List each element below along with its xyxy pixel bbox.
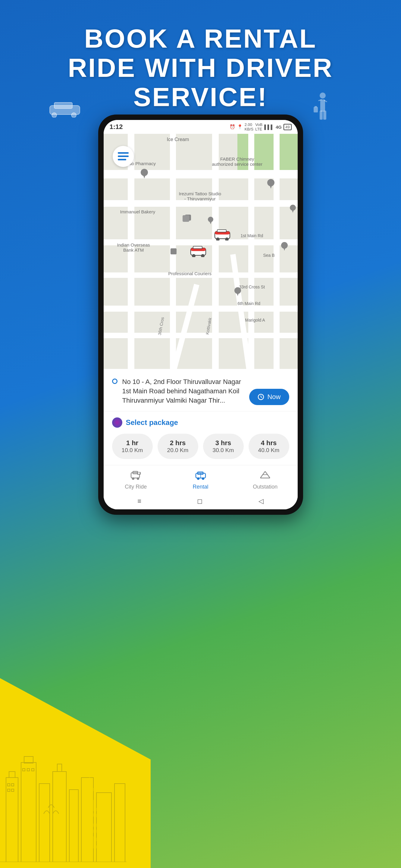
cityride-icon xyxy=(130,470,141,482)
phone-mockup: 1:12 ⏰ 📍 2.00KB/S VoBLTE ▌▌▌ 4G 49 xyxy=(98,115,303,515)
map-road xyxy=(170,134,176,369)
rental-icon xyxy=(195,470,206,482)
outstation-icon xyxy=(260,470,271,482)
svg-point-22 xyxy=(71,113,76,118)
svg-rect-4 xyxy=(39,784,50,862)
svg-marker-40 xyxy=(282,245,286,251)
clock-icon xyxy=(258,394,264,400)
svg-rect-7 xyxy=(69,789,78,862)
svg-rect-1 xyxy=(9,772,15,778)
svg-point-64 xyxy=(132,477,134,480)
svg-marker-34 xyxy=(269,183,273,189)
phone-screen: 1:12 ⏰ 📍 2.00KB/S VoBLTE ▌▌▌ 4G 49 xyxy=(104,120,298,509)
map-label-faber: FABER Chimneyauthorized service center xyxy=(212,156,263,167)
svg-rect-17 xyxy=(32,769,34,771)
bottom-panel: No 10 - A, 2nd Floor Thiruvalluvar Nagar… xyxy=(104,369,298,509)
address-text: No 10 - A, 2nd Floor Thiruvalluvar Nagar… xyxy=(122,377,245,405)
map-label-seab: Sea B xyxy=(263,253,275,258)
battery-icon: 49 xyxy=(283,124,291,130)
map-road xyxy=(248,134,254,369)
map-label-couriers: Professional Couriers xyxy=(168,271,211,276)
address-indicator-dot xyxy=(112,378,118,384)
package-label-row: Select package xyxy=(112,417,289,428)
package-option-3hr[interactable]: 3 hrs 30.0 Km xyxy=(203,434,244,459)
alarm-icon: ⏰ xyxy=(230,124,235,130)
map-menu-button[interactable] xyxy=(113,146,134,167)
package-title: Select package xyxy=(126,418,178,427)
svg-point-65 xyxy=(137,477,139,480)
map-label-bank: Indian OverseasBank ATM xyxy=(117,242,150,253)
package-option-1hr[interactable]: 1 hr 10.0 Km xyxy=(112,434,153,459)
svg-rect-56 xyxy=(118,152,129,154)
sys-nav-menu[interactable]: ≡ xyxy=(137,497,141,505)
phone-outer-frame: 1:12 ⏰ 📍 2.00KB/S VoBLTE ▌▌▌ 4G 49 xyxy=(98,115,303,515)
status-time: 1:12 xyxy=(110,123,123,131)
status-bar: 1:12 ⏰ 📍 2.00KB/S VoBLTE ▌▌▌ 4G 49 xyxy=(104,120,298,134)
location-icon: 📍 xyxy=(237,124,243,130)
svg-rect-10 xyxy=(114,784,125,862)
svg-line-61 xyxy=(261,397,262,398)
map-road xyxy=(212,134,219,369)
system-navigation-bar: ≡ ◻ ◁ xyxy=(104,493,298,509)
svg-point-67 xyxy=(138,472,140,474)
taxi-car-1 xyxy=(213,227,231,242)
svg-rect-14 xyxy=(11,789,14,792)
data-speed: 2.00KB/S xyxy=(245,122,254,131)
map-view[interactable]: Ice Cream Apollo Pharmacy FABER Chimneya… xyxy=(104,134,298,369)
map-label-1stmain: 1st Main Rd xyxy=(241,233,263,238)
nav-label-rental: Rental xyxy=(193,484,208,490)
svg-rect-58 xyxy=(118,159,126,160)
sys-nav-back[interactable]: ◁ xyxy=(259,497,264,505)
svg-point-21 xyxy=(52,113,57,118)
map-label-6thmain: 6th Main Rd xyxy=(238,301,260,306)
city-sketch-decoration xyxy=(0,657,127,862)
map-label-kottivakk: Kottivakk xyxy=(205,317,212,335)
hero-section: BOOK A RENTAL RIDE WITH DRIVER SERVICE! xyxy=(0,24,401,112)
svg-rect-27 xyxy=(320,111,323,120)
ride-city-brand-text: Ride City xyxy=(81,743,106,850)
svg-marker-36 xyxy=(291,208,295,213)
map-label-bakery: Immanuel Bakery xyxy=(120,209,156,214)
svg-rect-6 xyxy=(57,764,62,772)
nav-label-cityride: City Ride xyxy=(125,484,147,490)
nav-item-cityride[interactable]: City Ride xyxy=(104,470,168,490)
svg-rect-15 xyxy=(23,769,25,771)
sys-nav-home[interactable]: ◻ xyxy=(197,497,202,505)
svg-rect-28 xyxy=(323,111,326,120)
4g-icon: 4G xyxy=(276,124,282,130)
package-section: Select package 1 hr 10.0 Km 2 hrs 20.0 K… xyxy=(104,411,298,465)
package-icon xyxy=(112,417,122,428)
svg-rect-12 xyxy=(11,784,14,786)
map-label-icecream: Ice Cream xyxy=(167,137,189,142)
svg-rect-55 xyxy=(193,246,202,249)
address-row: No 10 - A, 2nd Floor Thiruvalluvar Nagar… xyxy=(112,377,289,405)
taxi-car-2 xyxy=(190,244,207,258)
hero-title: BOOK A RENTAL RIDE WITH DRIVER SERVICE! xyxy=(24,24,377,112)
bottom-navigation: City Ride Rental xyxy=(104,465,298,493)
map-road xyxy=(273,134,279,369)
svg-rect-57 xyxy=(118,156,129,157)
svg-rect-50 xyxy=(217,230,226,232)
svg-rect-43 xyxy=(182,215,189,222)
svg-rect-5 xyxy=(53,772,66,862)
now-button[interactable]: Now xyxy=(249,389,289,405)
svg-rect-11 xyxy=(7,784,10,786)
map-label-33rd: 33rd Cross St xyxy=(239,284,265,289)
signal-icon: ▌▌▌ xyxy=(264,124,274,130)
nav-item-outstation[interactable]: Outstation xyxy=(233,470,298,490)
svg-point-71 xyxy=(202,477,204,480)
svg-rect-13 xyxy=(7,789,10,792)
address-section: No 10 - A, 2nd Floor Thiruvalluvar Nagar… xyxy=(104,369,298,411)
volte-icon: VoBLTE xyxy=(255,122,262,131)
status-icons: ⏰ 📍 2.00KB/S VoBLTE ▌▌▌ 4G 49 xyxy=(230,122,292,131)
package-option-4hr[interactable]: 4 hrs 40.0 Km xyxy=(248,434,289,459)
nav-item-rental[interactable]: Rental xyxy=(168,470,233,490)
nav-label-outstation: Outstation xyxy=(253,484,277,490)
svg-rect-37 xyxy=(185,215,191,221)
package-option-2hr[interactable]: 2 hrs 20.0 Km xyxy=(158,434,198,459)
svg-rect-3 xyxy=(24,756,33,763)
svg-rect-16 xyxy=(27,769,30,771)
map-label-tattoo: Irezumi Tattoo Studio- Thiruvanmiyur xyxy=(179,191,222,201)
svg-rect-2 xyxy=(21,763,36,862)
map-label-marigold: Marigold A xyxy=(245,318,265,322)
